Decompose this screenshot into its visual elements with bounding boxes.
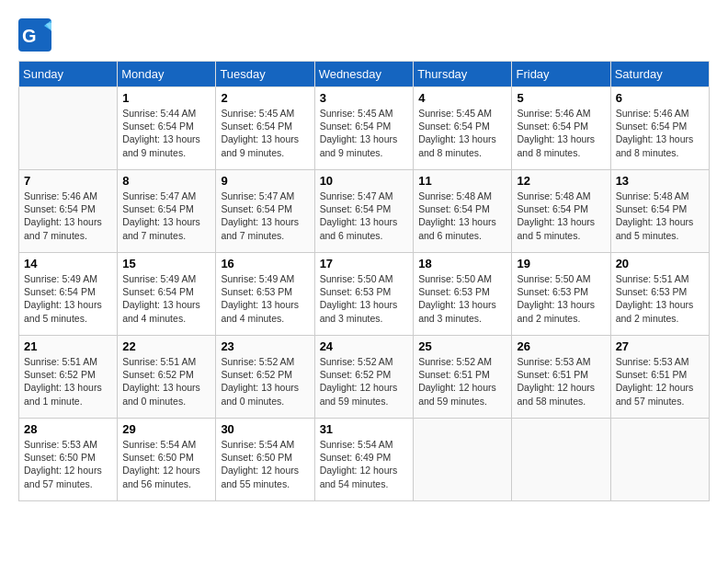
day-info: Sunrise: 5:49 AM Sunset: 6:54 PM Dayligh… [24,272,112,325]
calendar-cell: 7Sunrise: 5:46 AM Sunset: 6:54 PM Daylig… [19,170,118,253]
day-info: Sunrise: 5:53 AM Sunset: 6:51 PM Dayligh… [616,355,704,408]
logo-icon: G [18,18,51,52]
calendar-cell: 31Sunrise: 5:54 AM Sunset: 6:49 PM Dayli… [314,419,414,501]
week-row-1: 1Sunrise: 5:44 AM Sunset: 6:54 PM Daylig… [19,87,710,170]
day-number: 31 [320,422,409,436]
day-number: 24 [320,339,409,353]
col-header-monday: Monday [118,62,216,87]
day-number: 13 [616,174,704,188]
calendar-cell [512,419,610,501]
day-number: 27 [616,339,704,353]
calendar-cell: 14Sunrise: 5:49 AM Sunset: 6:54 PM Dayli… [19,253,118,336]
day-info: Sunrise: 5:51 AM Sunset: 6:53 PM Dayligh… [616,272,704,325]
day-number: 17 [320,257,409,270]
logo: G [18,18,55,52]
day-info: Sunrise: 5:51 AM Sunset: 6:52 PM Dayligh… [24,355,112,408]
day-number: 15 [122,257,210,270]
day-info: Sunrise: 5:49 AM Sunset: 6:54 PM Dayligh… [122,272,210,325]
calendar-cell [414,419,512,501]
col-header-saturday: Saturday [610,62,709,87]
day-info: Sunrise: 5:47 AM Sunset: 6:54 PM Dayligh… [221,190,309,242]
day-info: Sunrise: 5:52 AM Sunset: 6:52 PM Dayligh… [221,355,309,408]
day-info: Sunrise: 5:52 AM Sunset: 6:51 PM Dayligh… [418,355,506,408]
day-number: 5 [517,91,605,105]
day-info: Sunrise: 5:54 AM Sunset: 6:50 PM Dayligh… [122,438,210,490]
calendar-cell: 19Sunrise: 5:50 AM Sunset: 6:53 PM Dayli… [512,253,610,336]
calendar-cell: 29Sunrise: 5:54 AM Sunset: 6:50 PM Dayli… [118,419,216,501]
day-number: 14 [24,257,112,270]
day-info: Sunrise: 5:45 AM Sunset: 6:54 PM Dayligh… [418,107,506,159]
calendar-cell: 25Sunrise: 5:52 AM Sunset: 6:51 PM Dayli… [414,336,512,419]
calendar-cell: 8Sunrise: 5:47 AM Sunset: 6:54 PM Daylig… [118,170,216,253]
day-number: 21 [24,339,112,353]
day-number: 18 [418,257,506,270]
calendar-cell: 16Sunrise: 5:49 AM Sunset: 6:53 PM Dayli… [216,253,314,336]
calendar-cell: 1Sunrise: 5:44 AM Sunset: 6:54 PM Daylig… [118,87,216,170]
day-number: 16 [221,257,309,270]
day-number: 10 [320,174,409,188]
col-header-wednesday: Wednesday [314,62,414,87]
week-row-3: 14Sunrise: 5:49 AM Sunset: 6:54 PM Dayli… [19,253,710,336]
day-number: 1 [122,91,210,105]
calendar-cell: 10Sunrise: 5:47 AM Sunset: 6:54 PM Dayli… [314,170,414,253]
day-info: Sunrise: 5:47 AM Sunset: 6:54 PM Dayligh… [122,190,210,242]
calendar-cell: 18Sunrise: 5:50 AM Sunset: 6:53 PM Dayli… [414,253,512,336]
day-number: 22 [122,339,210,353]
day-number: 29 [122,422,210,436]
day-number: 12 [517,174,605,188]
day-info: Sunrise: 5:53 AM Sunset: 6:51 PM Dayligh… [517,355,605,408]
day-number: 28 [24,422,112,436]
day-number: 19 [517,257,605,270]
calendar-cell: 13Sunrise: 5:48 AM Sunset: 6:54 PM Dayli… [610,170,709,253]
calendar-cell: 2Sunrise: 5:45 AM Sunset: 6:54 PM Daylig… [216,87,314,170]
col-header-friday: Friday [512,62,610,87]
day-info: Sunrise: 5:45 AM Sunset: 6:54 PM Dayligh… [221,107,309,159]
day-info: Sunrise: 5:46 AM Sunset: 6:54 PM Dayligh… [616,107,704,159]
day-number: 3 [320,91,409,105]
day-info: Sunrise: 5:50 AM Sunset: 6:53 PM Dayligh… [320,272,409,325]
svg-text:G: G [22,26,37,46]
calendar-cell: 4Sunrise: 5:45 AM Sunset: 6:54 PM Daylig… [414,87,512,170]
day-number: 26 [517,339,605,353]
calendar-cell: 22Sunrise: 5:51 AM Sunset: 6:52 PM Dayli… [118,336,216,419]
calendar-cell: 9Sunrise: 5:47 AM Sunset: 6:54 PM Daylig… [216,170,314,253]
day-number: 23 [221,339,309,353]
calendar-cell: 6Sunrise: 5:46 AM Sunset: 6:54 PM Daylig… [610,87,709,170]
week-row-5: 28Sunrise: 5:53 AM Sunset: 6:50 PM Dayli… [19,419,710,501]
day-info: Sunrise: 5:45 AM Sunset: 6:54 PM Dayligh… [320,107,409,159]
calendar-cell: 28Sunrise: 5:53 AM Sunset: 6:50 PM Dayli… [19,419,118,501]
calendar-cell: 20Sunrise: 5:51 AM Sunset: 6:53 PM Dayli… [610,253,709,336]
day-info: Sunrise: 5:50 AM Sunset: 6:53 PM Dayligh… [418,272,506,325]
day-info: Sunrise: 5:47 AM Sunset: 6:54 PM Dayligh… [320,190,409,242]
calendar-cell: 23Sunrise: 5:52 AM Sunset: 6:52 PM Dayli… [216,336,314,419]
calendar-cell: 5Sunrise: 5:46 AM Sunset: 6:54 PM Daylig… [512,87,610,170]
day-number: 4 [418,91,506,105]
calendar-cell [610,419,709,501]
col-header-sunday: Sunday [19,62,118,87]
day-number: 25 [418,339,506,353]
day-info: Sunrise: 5:49 AM Sunset: 6:53 PM Dayligh… [221,272,309,325]
calendar-cell: 3Sunrise: 5:45 AM Sunset: 6:54 PM Daylig… [314,87,414,170]
calendar-cell: 30Sunrise: 5:54 AM Sunset: 6:50 PM Dayli… [216,419,314,501]
day-info: Sunrise: 5:48 AM Sunset: 6:54 PM Dayligh… [616,190,704,242]
day-number: 2 [221,91,309,105]
week-row-4: 21Sunrise: 5:51 AM Sunset: 6:52 PM Dayli… [19,336,710,419]
day-info: Sunrise: 5:53 AM Sunset: 6:50 PM Dayligh… [24,438,112,490]
day-info: Sunrise: 5:46 AM Sunset: 6:54 PM Dayligh… [24,190,112,242]
calendar-cell: 17Sunrise: 5:50 AM Sunset: 6:53 PM Dayli… [314,253,414,336]
day-number: 11 [418,174,506,188]
calendar-cell: 11Sunrise: 5:48 AM Sunset: 6:54 PM Dayli… [414,170,512,253]
day-number: 9 [221,174,309,188]
calendar-table: SundayMondayTuesdayWednesdayThursdayFrid… [18,61,710,501]
calendar-cell: 12Sunrise: 5:48 AM Sunset: 6:54 PM Dayli… [512,170,610,253]
day-info: Sunrise: 5:46 AM Sunset: 6:54 PM Dayligh… [517,107,605,159]
page-header: G [18,18,710,52]
day-info: Sunrise: 5:48 AM Sunset: 6:54 PM Dayligh… [517,190,605,242]
calendar-cell: 26Sunrise: 5:53 AM Sunset: 6:51 PM Dayli… [512,336,610,419]
week-row-2: 7Sunrise: 5:46 AM Sunset: 6:54 PM Daylig… [19,170,710,253]
calendar-cell: 15Sunrise: 5:49 AM Sunset: 6:54 PM Dayli… [118,253,216,336]
day-number: 6 [616,91,704,105]
calendar-cell [19,87,118,170]
day-info: Sunrise: 5:48 AM Sunset: 6:54 PM Dayligh… [418,190,506,242]
calendar-cell: 21Sunrise: 5:51 AM Sunset: 6:52 PM Dayli… [19,336,118,419]
